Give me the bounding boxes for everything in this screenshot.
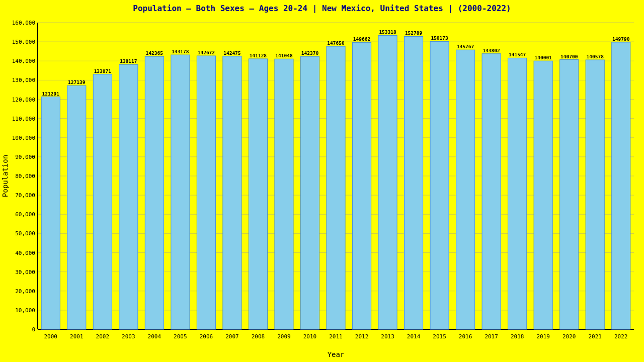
- svg-text:2008: 2008: [252, 333, 265, 340]
- svg-text:30,000: 30,000: [15, 269, 35, 276]
- svg-text:149662: 149662: [353, 36, 370, 42]
- svg-text:2001: 2001: [70, 333, 84, 340]
- svg-text:80,000: 80,000: [15, 173, 35, 179]
- svg-text:2002: 2002: [96, 333, 110, 340]
- svg-rect-55: [171, 55, 190, 329]
- svg-rect-106: [612, 42, 630, 329]
- svg-text:2016: 2016: [459, 333, 472, 340]
- svg-rect-58: [197, 56, 215, 329]
- svg-text:140578: 140578: [587, 54, 604, 59]
- svg-text:2015: 2015: [433, 333, 446, 340]
- svg-text:142370: 142370: [301, 50, 319, 56]
- svg-rect-61: [223, 56, 242, 329]
- svg-text:149790: 149790: [612, 36, 630, 42]
- svg-text:160,000: 160,000: [12, 20, 35, 26]
- svg-rect-46: [93, 74, 112, 329]
- svg-text:20,000: 20,000: [15, 288, 35, 295]
- svg-text:142672: 142672: [198, 50, 215, 55]
- svg-rect-88: [456, 50, 475, 329]
- svg-rect-94: [508, 58, 527, 329]
- svg-text:138117: 138117: [120, 58, 137, 64]
- svg-rect-79: [378, 35, 397, 329]
- svg-text:2012: 2012: [355, 333, 369, 340]
- svg-text:127139: 127139: [68, 79, 86, 85]
- svg-text:70,000: 70,000: [15, 192, 35, 199]
- svg-text:Year: Year: [328, 350, 345, 358]
- svg-text:2013: 2013: [381, 333, 394, 340]
- svg-text:2022: 2022: [614, 333, 628, 340]
- svg-text:Population: Population: [1, 155, 9, 197]
- svg-text:Population – Both Sexes – Ages: Population – Both Sexes – Ages 20-24 | N…: [133, 4, 511, 14]
- svg-text:50,000: 50,000: [15, 230, 35, 237]
- svg-rect-103: [586, 60, 604, 329]
- svg-text:143178: 143178: [172, 49, 189, 54]
- svg-text:60,000: 60,000: [15, 211, 35, 218]
- svg-rect-67: [275, 59, 293, 329]
- svg-text:133071: 133071: [94, 68, 112, 74]
- svg-text:2009: 2009: [277, 333, 291, 340]
- svg-text:142365: 142365: [146, 50, 164, 56]
- svg-text:100,000: 100,000: [12, 135, 35, 141]
- svg-text:2003: 2003: [122, 333, 135, 340]
- svg-rect-52: [145, 56, 164, 329]
- svg-rect-49: [119, 64, 138, 329]
- svg-rect-100: [560, 60, 579, 329]
- svg-text:40,000: 40,000: [15, 250, 35, 256]
- svg-text:2014: 2014: [407, 333, 421, 340]
- svg-text:130,000: 130,000: [12, 77, 35, 83]
- svg-text:2020: 2020: [562, 333, 576, 340]
- svg-rect-40: [41, 97, 60, 329]
- svg-text:150,000: 150,000: [12, 39, 35, 45]
- svg-text:152789: 152789: [405, 30, 423, 36]
- svg-rect-85: [430, 41, 449, 329]
- svg-text:147650: 147650: [327, 40, 345, 46]
- svg-text:153318: 153318: [379, 29, 396, 35]
- svg-rect-64: [249, 59, 267, 329]
- svg-text:2018: 2018: [511, 333, 524, 340]
- svg-rect-70: [300, 56, 319, 329]
- svg-text:2004: 2004: [148, 333, 162, 340]
- svg-text:2006: 2006: [200, 333, 213, 340]
- chart-container: Population – Both Sexes – Ages 20-24 | N…: [0, 0, 644, 362]
- svg-text:2005: 2005: [174, 333, 187, 340]
- svg-text:120,000: 120,000: [12, 97, 35, 103]
- svg-text:90,000: 90,000: [15, 154, 35, 160]
- svg-text:140,000: 140,000: [12, 58, 35, 64]
- svg-text:142475: 142475: [223, 50, 241, 56]
- svg-text:2011: 2011: [329, 333, 343, 340]
- svg-text:2021: 2021: [588, 333, 602, 340]
- svg-rect-91: [482, 54, 501, 329]
- svg-rect-73: [327, 46, 345, 329]
- svg-text:141128: 141128: [250, 53, 267, 58]
- svg-rect-82: [405, 36, 423, 329]
- svg-text:145767: 145767: [457, 44, 474, 49]
- svg-text:0: 0: [32, 326, 35, 333]
- svg-text:110,000: 110,000: [12, 116, 35, 122]
- svg-text:2000: 2000: [44, 333, 58, 340]
- svg-text:150173: 150173: [431, 35, 448, 41]
- svg-text:10,000: 10,000: [15, 307, 35, 314]
- svg-text:2007: 2007: [225, 333, 239, 340]
- svg-rect-43: [67, 85, 86, 329]
- svg-text:2019: 2019: [536, 333, 550, 340]
- svg-text:143802: 143802: [482, 48, 500, 53]
- svg-text:2010: 2010: [303, 333, 317, 340]
- svg-text:140001: 140001: [535, 55, 552, 60]
- bar-chart: Population – Both Sexes – Ages 20-24 | N…: [0, 0, 644, 362]
- svg-text:2017: 2017: [485, 333, 498, 340]
- svg-text:140700: 140700: [560, 54, 578, 59]
- svg-rect-97: [534, 61, 552, 329]
- svg-text:121291: 121291: [42, 91, 60, 97]
- svg-text:141048: 141048: [275, 53, 293, 58]
- svg-text:141547: 141547: [509, 52, 526, 57]
- svg-rect-76: [352, 42, 371, 329]
